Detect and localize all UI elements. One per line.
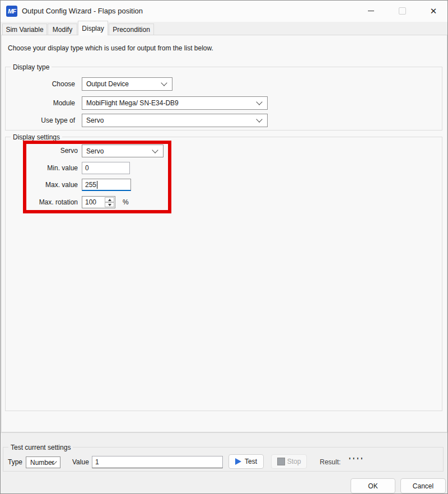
maximize-button <box>389 1 415 21</box>
spin-up-button[interactable] <box>105 197 114 202</box>
chevron-down-icon <box>161 80 167 86</box>
close-icon: ✕ <box>430 6 437 16</box>
test-value-label: Value <box>72 456 89 468</box>
servo-label: Servo <box>5 145 78 157</box>
module-value: MobiFlight Mega/ SN-E34-DB9 <box>86 99 179 107</box>
minimize-icon <box>368 11 374 11</box>
choose-display-type-dropdown[interactable]: Output Device <box>82 77 172 91</box>
stop-button: Stop <box>271 454 307 469</box>
close-button[interactable]: ✕ <box>421 1 446 21</box>
min-value-input[interactable]: 0 <box>82 162 130 174</box>
text-caret <box>97 181 97 189</box>
title-bar: MF Output Config Wizard - Flaps position… <box>1 1 447 22</box>
servo-value: Servo <box>86 147 104 155</box>
module-label: Module <box>5 96 75 110</box>
chevron-down-icon <box>256 99 262 105</box>
play-icon <box>235 458 241 465</box>
display-settings-legend: Display settings <box>11 133 62 141</box>
cancel-button-label: Cancel <box>413 482 433 490</box>
test-value-text: 1 <box>95 458 99 466</box>
min-value-label: Min. value <box>5 162 78 174</box>
stop-button-label: Stop <box>287 458 301 465</box>
use-type-label: Use type of <box>5 114 75 127</box>
choose-label: Choose <box>5 77 75 91</box>
max-value-input[interactable]: 255 <box>82 179 131 191</box>
display-type-legend: Display type <box>11 63 52 71</box>
spin-down-button[interactable] <box>105 202 114 207</box>
max-value-label: Max. value <box>5 179 78 191</box>
servo-dropdown[interactable]: Servo <box>82 145 164 157</box>
test-value-input[interactable]: 1 <box>92 456 223 468</box>
percent-unit-label: % <box>123 196 129 208</box>
tab-sim-variable[interactable]: Sim Variable <box>2 24 47 35</box>
spinner-buttons <box>105 197 114 207</box>
choose-display-type-value: Output Device <box>86 80 129 88</box>
test-button-label: Test <box>245 458 257 465</box>
mobiflight-logo-icon: MF <box>6 6 17 17</box>
tab-precondition[interactable]: Precondition <box>109 24 154 35</box>
page-description: Choose your display type which is used f… <box>8 44 213 52</box>
test-settings-legend: Test current settings <box>8 444 73 451</box>
result-label: Result: <box>320 458 340 466</box>
max-rotation-label: Max. rotation <box>5 196 78 208</box>
ok-button[interactable]: OK <box>351 478 395 493</box>
result-value: '''' <box>349 456 365 464</box>
bottom-divider <box>1 432 447 433</box>
use-type-value: Servo <box>86 116 104 124</box>
test-type-label: Type <box>8 456 22 468</box>
output-config-wizard-window: MF Output Config Wizard - Flaps position… <box>0 0 448 494</box>
ok-button-label: OK <box>368 482 377 490</box>
test-type-value: Number <box>30 459 54 467</box>
cancel-button[interactable]: Cancel <box>400 478 446 493</box>
max-rotation-spinner[interactable]: 100 <box>82 196 115 208</box>
use-type-dropdown[interactable]: Servo <box>82 114 268 127</box>
max-value-text: 255 <box>85 181 96 189</box>
test-button[interactable]: Test <box>228 454 264 469</box>
window-title: Output Config Wizard - Flaps position <box>22 7 143 15</box>
min-value-text: 0 <box>85 164 89 172</box>
minimize-button[interactable] <box>358 1 384 21</box>
chevron-down-icon <box>152 147 158 153</box>
tab-display[interactable]: Display <box>78 21 108 35</box>
arrow-down-icon <box>108 204 111 206</box>
chevron-down-icon <box>256 116 262 122</box>
tab-modify[interactable]: Modify <box>48 24 77 35</box>
stop-icon <box>277 458 285 465</box>
test-type-dropdown[interactable]: Number <box>26 456 60 468</box>
display-settings-group <box>5 137 442 411</box>
max-rotation-text: 100 <box>85 198 96 206</box>
module-dropdown[interactable]: MobiFlight Mega/ SN-E34-DB9 <box>82 96 268 110</box>
arrow-up-icon <box>108 199 111 201</box>
maximize-icon <box>399 7 406 15</box>
